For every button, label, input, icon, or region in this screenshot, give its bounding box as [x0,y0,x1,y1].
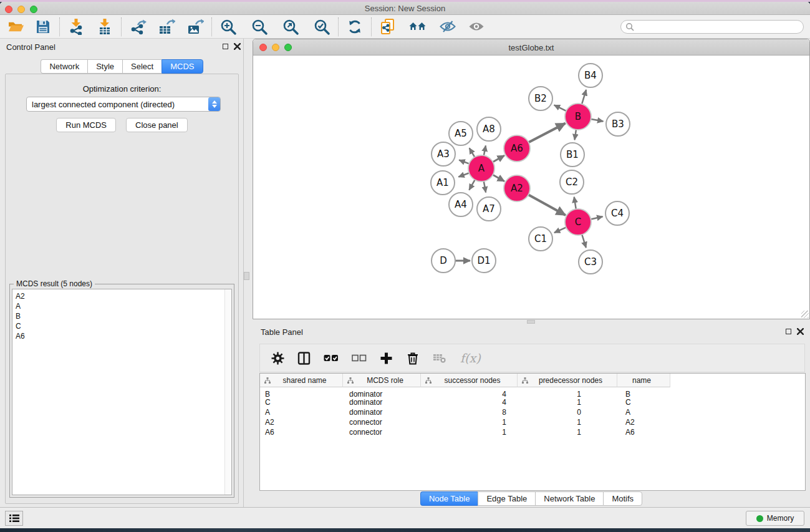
show-all-button[interactable] [466,17,487,37]
table-row[interactable]: Adominator80A [260,407,805,417]
graph-edge-A-A3[interactable] [459,160,470,164]
zoom-fit-button[interactable] [280,17,301,37]
window-resize-grip[interactable] [801,311,809,318]
graph-node-A6[interactable]: A6 [504,135,530,162]
memory-button[interactable]: Memory [746,511,804,526]
export-table-button[interactable] [156,17,177,37]
import-network-button[interactable] [65,17,87,37]
import-table-button[interactable] [94,17,115,37]
column-header-shared-name[interactable]: shared name [260,374,343,387]
graph-node-D[interactable]: D [432,249,455,273]
hide-selected-button[interactable] [437,17,458,37]
tab-network[interactable]: Network [41,59,87,74]
function-builder-button[interactable]: f(x) [460,351,481,365]
select-all-rows-button[interactable] [324,352,339,364]
graph-node-B4[interactable]: B4 [579,64,602,87]
table-panel-float-button[interactable] [786,329,791,334]
optimization-select[interactable]: largest connected component (directed) [26,97,221,112]
table-row[interactable]: A2connector11A2 [260,417,805,427]
control-panel-close-button[interactable] [234,43,241,50]
zoom-out-button[interactable] [249,17,270,37]
delete-columns-button[interactable] [406,351,420,365]
table-tab-network-table[interactable]: Network Table [535,491,603,506]
result-list-scrollbar[interactable] [224,289,231,495]
graph-node-B[interactable]: B [565,104,591,130]
graph-node-C1[interactable]: C1 [529,227,552,251]
graph-edge-A2-C[interactable] [528,195,566,215]
mcds-result-item[interactable]: A [12,301,231,311]
graph-edge-B-B4[interactable] [582,90,586,105]
graph-node-B3[interactable]: B3 [606,112,630,136]
graph-node-A2[interactable]: A2 [504,175,530,201]
tab-mcds[interactable]: MCDS [162,59,203,74]
graph-edge-C-C4[interactable] [591,216,603,219]
mcds-result-item[interactable]: B [12,311,231,321]
table-settings-button[interactable] [271,352,284,365]
delete-table-button[interactable] [433,352,447,364]
close-panel-button[interactable]: Close panel [126,118,188,132]
vertical-splitter-handle[interactable] [244,272,249,280]
horizontal-splitter-handle[interactable] [527,320,535,324]
mcds-result-item[interactable]: C [12,321,231,331]
mcds-result-item[interactable]: A6 [12,331,231,341]
table-tab-motifs[interactable]: Motifs [603,491,642,506]
graph-node-A[interactable]: A [468,155,494,181]
graph-node-A1[interactable]: A1 [431,171,455,195]
graph-edge-B-B1[interactable] [575,129,577,140]
graph-node-C2[interactable]: C2 [560,170,584,194]
control-panel-float-button[interactable] [223,44,228,49]
graph-edge-A-A5[interactable] [470,148,475,158]
graph-edge-A6-B[interactable] [528,123,566,143]
graph-edge-C-C2[interactable] [574,197,576,210]
graph-edge-B-B3[interactable] [591,119,604,122]
table-tab-edge-table[interactable]: Edge Table [478,491,535,506]
table-panel-close-button[interactable] [797,328,804,335]
graph-edge-A-A1[interactable] [458,173,470,177]
create-column-button[interactable] [380,352,393,365]
graph-node-A8[interactable]: A8 [477,117,501,141]
open-session-button[interactable] [5,17,26,37]
zoom-in-button[interactable] [218,17,239,37]
graph-edge-A-A7[interactable] [484,181,486,193]
deselect-all-rows-button[interactable] [352,352,367,364]
export-image-button[interactable] [185,17,206,37]
table-row[interactable]: Bdominator41B [260,387,805,397]
graph-node-A5[interactable]: A5 [449,122,473,145]
graph-edge-A-A4[interactable] [469,179,475,190]
graph-node-A7[interactable]: A7 [477,197,501,221]
column-header-name[interactable]: name [617,374,670,387]
search-input[interactable] [620,20,804,34]
run-mcds-button[interactable]: Run MCDS [56,118,116,132]
graph-edge-A-A2[interactable] [492,175,504,181]
graph-node-B1[interactable]: B1 [561,143,584,167]
column-header-predecessor-nodes[interactable]: predecessor nodes [518,374,617,387]
graph-node-B2[interactable]: B2 [529,87,552,110]
zoom-selected-button[interactable] [311,17,332,37]
toggle-panel-layout-button[interactable] [297,352,311,365]
tab-select[interactable]: Select [122,59,162,74]
tab-style[interactable]: Style [87,59,122,74]
graph-edge-A-A6[interactable] [492,155,504,162]
graph-node-A3[interactable]: A3 [432,142,455,166]
graph-node-D1[interactable]: D1 [472,249,496,273]
graph-node-A4[interactable]: A4 [449,193,473,216]
table-tab-node-table[interactable]: Node Table [420,491,478,506]
export-network-button[interactable] [127,17,148,37]
graph-edge-C-C3[interactable] [582,234,586,248]
graph-edge-A-A8[interactable] [484,146,486,157]
mcds-result-item[interactable]: A2 [12,289,231,301]
table-row[interactable]: A6connector11A6 [260,427,805,437]
graph-node-C3[interactable]: C3 [579,250,602,274]
graph-edge-B-B2[interactable] [554,105,567,111]
graph-edge-C-C1[interactable] [554,227,567,233]
show-panels-button[interactable] [5,511,23,526]
graph-node-C[interactable]: C [565,209,591,235]
column-header-successor-nodes[interactable]: successor nodes [421,374,518,387]
network-canvas[interactable]: B4B2BB3A8A5A6A3B1AC2A1A2A4A7C4CC1C3DD1 [253,56,809,319]
save-session-button[interactable] [32,17,54,37]
first-neighbors-button[interactable] [407,17,428,37]
graph-node-C4[interactable]: C4 [605,201,629,225]
refresh-button[interactable] [344,17,365,37]
horizontal-splitter[interactable] [253,319,810,324]
table-row[interactable]: Cdominator41C [260,397,805,407]
